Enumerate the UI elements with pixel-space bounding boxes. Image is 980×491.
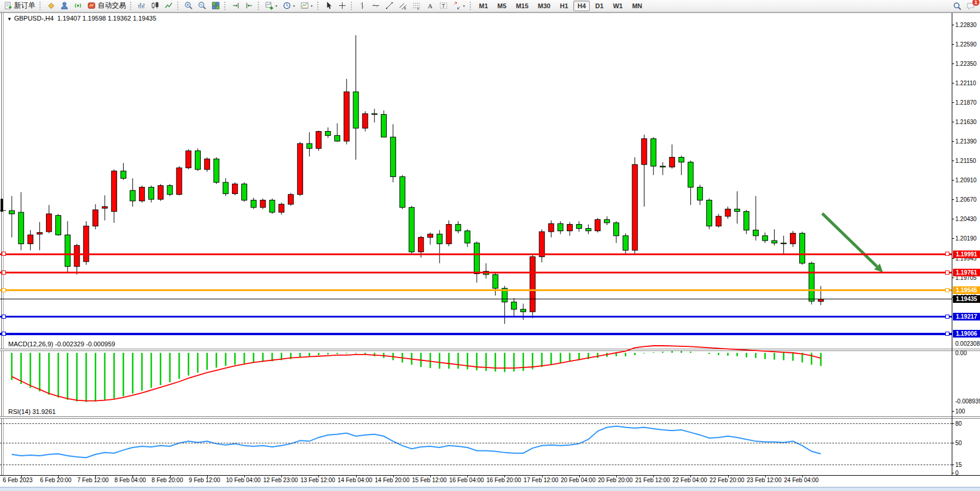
- toolbar-grip[interactable]: [177, 2, 180, 10]
- crosshair-button[interactable]: [336, 1, 348, 11]
- candlestick-chart-icon: [151, 1, 160, 10]
- cursor-button[interactable]: [323, 1, 335, 11]
- rsi-tick-mark: [952, 443, 954, 443]
- horizontal-line-button[interactable]: [370, 1, 382, 11]
- price-tick-mark: [952, 83, 954, 83]
- price-tick-label: 1.21630: [955, 119, 980, 125]
- rsi-pane[interactable]: [0, 13, 980, 475]
- horizontal-level-line[interactable]: [0, 289, 952, 291]
- equidistant-channel-button[interactable]: E: [397, 1, 409, 11]
- horizontal-level-line[interactable]: [0, 316, 952, 318]
- price-tick-mark: [952, 102, 954, 103]
- auto-trading-button[interactable]: 自动交易: [85, 1, 128, 11]
- vertical-line-button[interactable]: [356, 1, 368, 11]
- arrows-dropdown-icon[interactable]: ▼: [463, 4, 466, 8]
- line-handle[interactable]: [945, 288, 949, 292]
- horizontal-level-line[interactable]: [0, 333, 952, 335]
- macd-axis-label: 0.00: [955, 350, 980, 356]
- line-handle[interactable]: [2, 332, 6, 336]
- timeframe-button-m30[interactable]: M30: [534, 1, 554, 11]
- chart-window-button[interactable]: [45, 1, 57, 11]
- toolbar-grip[interactable]: [351, 2, 354, 10]
- price-tick-mark: [952, 238, 954, 239]
- line-handle[interactable]: [2, 315, 6, 319]
- bar-chart-button[interactable]: [135, 1, 148, 11]
- level-price-label: 1.19217: [953, 313, 980, 320]
- timeframe-button-d1[interactable]: D1: [591, 1, 607, 11]
- templates-button[interactable]: ▼: [298, 1, 315, 11]
- new-order-button[interactable]: 新订单: [2, 1, 37, 11]
- signal-icon: [74, 1, 82, 10]
- line-handle[interactable]: [945, 252, 949, 256]
- toolbar-grip[interactable]: [224, 2, 227, 10]
- indicators-dropdown-icon[interactable]: ▼: [275, 4, 278, 8]
- tile-windows-icon: [211, 1, 220, 10]
- price-tick-mark: [952, 161, 954, 161]
- indicators-button[interactable]: ▼: [263, 1, 280, 11]
- timeframe-button-m1[interactable]: M1: [475, 1, 492, 11]
- periods-clock-dropdown-icon[interactable]: ▼: [293, 4, 295, 8]
- auto-scroll-button[interactable]: [243, 1, 255, 11]
- line-handle[interactable]: [2, 288, 6, 292]
- notifications-button[interactable]: 1: [965, 1, 977, 11]
- rsi-level-line-50: [0, 443, 952, 443]
- horizontal-level-line[interactable]: [0, 272, 952, 273]
- new-order-icon: [4, 1, 12, 10]
- line-chart-button[interactable]: [162, 1, 175, 11]
- timeframe-button-mn[interactable]: MN: [628, 1, 646, 11]
- horizontal-level-line[interactable]: [0, 253, 952, 255]
- toolbar-grip[interactable]: [470, 2, 473, 10]
- price-tick-label: 1.22110: [955, 80, 980, 86]
- price-tick-label: 1.21150: [955, 158, 980, 164]
- date-tick-label: 7 Feb 12:00: [77, 477, 108, 483]
- fibonacci-button[interactable]: F: [410, 1, 423, 11]
- tile-windows-button[interactable]: [210, 1, 222, 11]
- chart-window-icon: [46, 1, 55, 10]
- date-tick-label: 15 Feb 12:00: [412, 477, 447, 483]
- zoom-in-button[interactable]: [182, 1, 195, 11]
- search-button[interactable]: [951, 1, 964, 11]
- rsi-line: [12, 426, 821, 458]
- line-handle[interactable]: [945, 270, 949, 275]
- timeframe-button-m15[interactable]: M15: [511, 1, 532, 11]
- timeframe-button-w1[interactable]: W1: [609, 1, 627, 11]
- status-bar: [0, 487, 980, 491]
- bar-chart-icon: [137, 1, 146, 10]
- periods-clock-button[interactable]: ▼: [281, 1, 297, 11]
- toolbar-grip[interactable]: [130, 2, 133, 10]
- timeframe-button-h4[interactable]: H4: [573, 1, 590, 11]
- price-tick-label: 1.20430: [955, 216, 980, 222]
- market-watch-button[interactable]: [58, 1, 71, 11]
- toolbar-grip[interactable]: [39, 2, 42, 10]
- zoom-out-icon: [198, 1, 207, 10]
- arrows-button[interactable]: ▼: [451, 1, 467, 11]
- svg-text:E: E: [404, 6, 406, 10]
- line-handle[interactable]: [2, 270, 6, 275]
- text-label-button[interactable]: T: [437, 1, 450, 11]
- chart-window[interactable]: ▼GBPUSD-,H4 1.19407 1.19598 1.19362 1.19…: [0, 12, 980, 491]
- templates-dropdown-icon[interactable]: ▼: [310, 4, 313, 8]
- auto-trading-label: 自动交易: [98, 1, 126, 11]
- rsi-axis-label: 80: [955, 420, 980, 427]
- rsi-tick-mark: [952, 411, 954, 412]
- date-tick-label: 17 Feb 12:00: [524, 477, 559, 483]
- date-axis-line: [0, 475, 980, 476]
- price-tick-mark: [952, 278, 954, 278]
- candlestick-chart-button[interactable]: [149, 1, 161, 11]
- zoom-out-button[interactable]: [196, 1, 208, 11]
- toolbar-grip[interactable]: [317, 2, 320, 10]
- level-price-label: 1.19761: [953, 269, 980, 276]
- timeframe-button-h1[interactable]: H1: [556, 1, 572, 11]
- line-handle[interactable]: [945, 332, 949, 336]
- signal-button[interactable]: [72, 1, 84, 11]
- indicators-icon: [265, 1, 274, 10]
- timeframe-button-m5[interactable]: M5: [493, 1, 510, 11]
- text-button[interactable]: A: [424, 1, 436, 11]
- toolbar-grip[interactable]: [258, 2, 261, 10]
- date-tick-label: 6 Feb 20:00: [40, 477, 71, 483]
- shift-chart-button[interactable]: [230, 1, 242, 11]
- line-handle[interactable]: [945, 315, 949, 319]
- line-handle[interactable]: [2, 252, 6, 256]
- trendline-button[interactable]: [383, 1, 396, 11]
- line-chart-icon: [164, 1, 173, 10]
